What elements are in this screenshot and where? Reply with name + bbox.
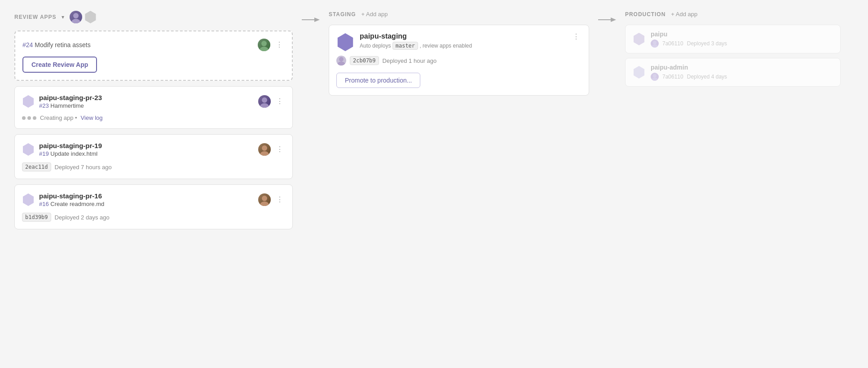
svg-marker-11 bbox=[314, 18, 320, 22]
staging-commit-row: 2cb07b9 Deployed 1 hour ago bbox=[336, 56, 582, 66]
production-paipu-admin-icon bbox=[633, 66, 645, 79]
avatar-user2 bbox=[84, 11, 97, 23]
svg-point-3 bbox=[260, 47, 269, 51]
pr-19-desc: Update index.html bbox=[50, 150, 97, 157]
pr-16-app-icon bbox=[22, 193, 35, 206]
production-paipu-meta: 7a06110 Deployed 3 days bbox=[651, 39, 833, 48]
pr-23-status: Creating app • View log bbox=[22, 114, 285, 121]
svg-point-5 bbox=[260, 103, 269, 108]
svg-point-1 bbox=[71, 19, 80, 23]
pr-23-avatar bbox=[258, 95, 271, 108]
pr-19-link[interactable]: #19 bbox=[39, 150, 49, 157]
production-paipu-name: paipu bbox=[651, 31, 833, 38]
production-paipu-info: paipu 7a06110 Deployed 3 days bbox=[651, 31, 833, 48]
promote-to-production-button[interactable]: Promote to production... bbox=[336, 73, 420, 88]
pr-19-avatar bbox=[258, 143, 271, 156]
pr-23-app-name: paipu-staging-pr-23 bbox=[39, 94, 102, 101]
pr-16-deploy-time: Deployed 2 days ago bbox=[55, 214, 110, 221]
pr-16-app-name: paipu-staging-pr-16 bbox=[39, 192, 104, 200]
production-paipu-icon bbox=[633, 33, 645, 45]
production-paipu-admin-commit: 7a06110 bbox=[662, 74, 683, 80]
production-paipu-admin-info: paipu-admin 7a06110 Deployed 4 days bbox=[651, 64, 833, 81]
pr-16-desc: Create readmore.md bbox=[50, 201, 104, 207]
staging-app-name: paipu-staging bbox=[360, 32, 472, 40]
svg-point-8 bbox=[262, 196, 267, 201]
pr-19-deploy-time: Deployed 7 hours ago bbox=[55, 164, 112, 171]
new-pr-more-button[interactable]: ⋮ bbox=[274, 40, 285, 49]
svg-point-16 bbox=[653, 41, 657, 44]
pr-16-footer: b1d39b9 Deployed 2 days ago bbox=[22, 213, 285, 222]
production-paipu-admin-meta: 7a06110 Deployed 4 days bbox=[651, 73, 833, 81]
production-col-header: PRODUCTION + Add app bbox=[625, 11, 841, 18]
creating-text: Creating app • bbox=[40, 114, 77, 121]
production-paipu-card: paipu 7a06110 Deployed 3 days bbox=[625, 25, 841, 53]
pr-16-more-button[interactable]: ⋮ bbox=[274, 195, 285, 204]
view-log-link[interactable]: View log bbox=[81, 114, 103, 121]
staging-meta: Auto deploys master , review apps enable… bbox=[360, 42, 472, 50]
pr-16-link[interactable]: #16 bbox=[39, 201, 49, 207]
pr-23-more-button[interactable]: ⋮ bbox=[274, 97, 285, 106]
pr-19-card: paipu-staging-pr-19 #19 Update index.htm… bbox=[14, 134, 293, 179]
dot-1 bbox=[22, 116, 26, 120]
staging-app-details: paipu-staging Auto deploys master , revi… bbox=[360, 32, 472, 50]
svg-point-13 bbox=[337, 61, 345, 66]
new-pr-number[interactable]: #24 bbox=[22, 41, 33, 48]
production-column: PRODUCTION + Add app paipu 7a06110 Deplo… bbox=[625, 11, 841, 91]
create-review-app-button[interactable]: Create Review App bbox=[22, 57, 97, 73]
review-chevron-icon[interactable]: ▾ bbox=[62, 14, 64, 20]
production-paipu-commit: 7a06110 bbox=[662, 40, 683, 47]
staging-app-icon bbox=[336, 33, 354, 51]
new-pr-desc: Modify retina assets bbox=[35, 41, 91, 48]
pr-19-app-icon bbox=[22, 143, 35, 156]
staging-user-avatar bbox=[336, 56, 346, 66]
svg-point-18 bbox=[653, 74, 657, 78]
pr-19-info: paipu-staging-pr-19 #19 Update index.htm… bbox=[39, 142, 102, 157]
pr-16-avatar bbox=[258, 193, 271, 206]
new-pr-avatar bbox=[258, 39, 270, 51]
svg-point-7 bbox=[260, 151, 269, 156]
production-add-app-link[interactable]: + Add app bbox=[671, 11, 697, 18]
svg-point-6 bbox=[262, 145, 267, 151]
pr-19-commit: 2eac11d bbox=[22, 162, 51, 171]
pr-16-info: paipu-staging-pr-16 #16 Create readmore.… bbox=[39, 192, 104, 207]
arrow-staging-production bbox=[589, 11, 625, 24]
new-pr-card: #24 Modify retina assets ⋮ Create Review… bbox=[14, 31, 293, 81]
staging-more-button[interactable]: ⋮ bbox=[571, 32, 582, 41]
pr-19-footer: 2eac11d Deployed 7 hours ago bbox=[22, 162, 285, 171]
production-paipu-admin-deploy-time: Deployed 4 days bbox=[687, 74, 727, 80]
avatar-user1 bbox=[70, 11, 82, 23]
creating-dots bbox=[22, 116, 36, 120]
production-paipu-deploy-time: Deployed 3 days bbox=[687, 40, 727, 47]
svg-point-17 bbox=[652, 44, 658, 48]
staging-col-title: STAGING bbox=[329, 11, 356, 18]
staging-card: paipu-staging Auto deploys master , revi… bbox=[329, 25, 589, 96]
review-apps-text: , review apps enabled bbox=[419, 43, 472, 49]
review-col-title: REVIEW APPS bbox=[14, 14, 56, 20]
svg-marker-15 bbox=[611, 18, 616, 22]
svg-point-0 bbox=[73, 13, 79, 18]
svg-point-4 bbox=[262, 97, 267, 103]
svg-point-12 bbox=[339, 57, 344, 61]
production-paipu-admin-avatar bbox=[651, 73, 659, 81]
pr-19-more-button[interactable]: ⋮ bbox=[274, 145, 285, 154]
production-paipu-admin-card: paipu-admin 7a06110 Deployed 4 days bbox=[625, 58, 841, 87]
svg-point-19 bbox=[652, 78, 658, 81]
staging-deploy-time: Deployed 1 hour ago bbox=[383, 57, 437, 64]
pr-23-link[interactable]: #23 bbox=[39, 102, 49, 109]
arrow-review-staging bbox=[293, 11, 329, 24]
review-avatars bbox=[70, 11, 97, 23]
pr-19-app-name: paipu-staging-pr-19 bbox=[39, 142, 102, 149]
production-paipu-admin-name: paipu-admin bbox=[651, 64, 833, 71]
production-paipu-avatar bbox=[651, 39, 659, 48]
production-col-title: PRODUCTION bbox=[625, 11, 665, 18]
dot-3 bbox=[33, 116, 36, 120]
pr-23-app-icon bbox=[22, 95, 35, 108]
svg-point-9 bbox=[260, 202, 269, 206]
pr-23-info: paipu-staging-pr-23 #23 Hammertime bbox=[39, 94, 102, 109]
review-col-header: REVIEW APPS ▾ bbox=[14, 11, 293, 23]
review-column: REVIEW APPS ▾ #24 Modify retina assets bbox=[14, 11, 293, 235]
pr-16-commit: b1d39b9 bbox=[22, 213, 51, 222]
staging-add-app-link[interactable]: + Add app bbox=[361, 11, 388, 18]
pr-23-desc: Hammertime bbox=[50, 102, 84, 109]
staging-column: STAGING + Add app paipu-staging Auto dep… bbox=[329, 11, 589, 96]
